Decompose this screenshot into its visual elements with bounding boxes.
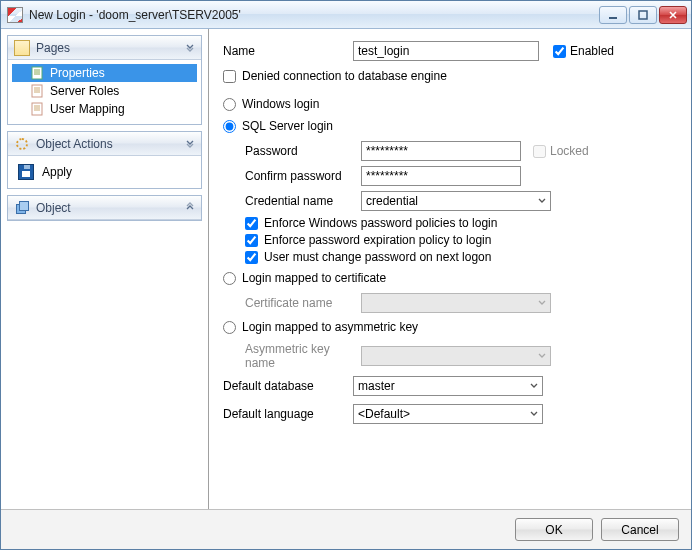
- enforce-expiration-label: Enforce password expiration policy to lo…: [264, 233, 491, 247]
- enforce-windows-label: Enforce Windows password policies to log…: [264, 216, 497, 230]
- collapse-icon: [185, 137, 195, 151]
- ok-button[interactable]: OK: [515, 518, 593, 541]
- dialog-footer: OK Cancel: [1, 509, 691, 549]
- app-icon: [7, 7, 23, 23]
- windows-login-label: Windows login: [242, 97, 319, 111]
- default-db-label: Default database: [223, 379, 353, 393]
- svg-rect-1: [639, 11, 647, 19]
- must-change-label: User must change password on next logon: [264, 250, 491, 264]
- svg-rect-4: [32, 103, 42, 115]
- window-title: New Login - 'doom_server\TSERV2005': [29, 8, 599, 22]
- sidebar-item-user-mapping[interactable]: User Mapping: [12, 100, 197, 118]
- collapse-icon: [185, 41, 195, 55]
- confirm-password-label: Confirm password: [245, 169, 361, 183]
- sidebar-item-properties[interactable]: Properties: [12, 64, 197, 82]
- object-actions-title: Object Actions: [36, 137, 113, 151]
- apply-action[interactable]: Apply: [14, 162, 195, 182]
- apply-label: Apply: [42, 165, 72, 179]
- enforce-windows-checkbox[interactable]: [245, 217, 258, 230]
- locked-checkbox: [533, 145, 546, 158]
- name-label: Name: [223, 44, 353, 58]
- window-controls: [599, 6, 687, 24]
- svg-rect-3: [32, 85, 42, 97]
- sidebar-item-label: Properties: [50, 66, 105, 80]
- titlebar: New Login - 'doom_server\TSERV2005': [1, 1, 691, 29]
- pages-header[interactable]: Pages: [8, 36, 201, 60]
- cancel-button[interactable]: Cancel: [601, 518, 679, 541]
- pages-panel: Pages Properties: [7, 35, 202, 125]
- sql-login-label: SQL Server login: [242, 119, 333, 133]
- credential-select[interactable]: credential: [361, 191, 551, 211]
- denied-checkbox[interactable]: [223, 70, 236, 83]
- chevron-down-icon: [526, 405, 542, 423]
- folder-icon: [14, 40, 30, 56]
- object-actions-panel: Object Actions Apply: [7, 131, 202, 189]
- password-label: Password: [245, 144, 361, 158]
- credential-value: credential: [366, 194, 418, 208]
- pages-title: Pages: [36, 41, 70, 55]
- pages-list: Properties Server Roles Us: [12, 64, 197, 118]
- properties-form: Name Enabled Denied connection to databa…: [209, 29, 691, 509]
- object-icon: [14, 200, 30, 216]
- credential-label: Credential name: [245, 194, 361, 208]
- minimize-button[interactable]: [599, 6, 627, 24]
- windows-login-radio[interactable]: [223, 98, 236, 111]
- dialog-body: Pages Properties: [1, 29, 691, 509]
- default-lang-select[interactable]: <Default>: [353, 404, 543, 424]
- default-lang-label: Default language: [223, 407, 353, 421]
- password-input[interactable]: [361, 141, 521, 161]
- sidebar-item-label: Server Roles: [50, 84, 119, 98]
- svg-rect-2: [32, 67, 42, 79]
- denied-label: Denied connection to database engine: [242, 69, 447, 83]
- gear-icon: [14, 136, 30, 152]
- default-db-select[interactable]: master: [353, 376, 543, 396]
- name-input[interactable]: [353, 41, 539, 61]
- sidebar-item-label: User Mapping: [50, 102, 125, 116]
- chevron-down-icon: [534, 192, 550, 210]
- cert-login-radio[interactable]: [223, 272, 236, 285]
- sidebar: Pages Properties: [1, 29, 209, 509]
- enabled-label: Enabled: [570, 44, 614, 58]
- locked-label: Locked: [550, 144, 589, 158]
- enforce-expiration-checkbox[interactable]: [245, 234, 258, 247]
- page-icon: [30, 102, 44, 116]
- must-change-checkbox[interactable]: [245, 251, 258, 264]
- sql-login-radio[interactable]: [223, 120, 236, 133]
- asym-name-select: [361, 346, 551, 366]
- enabled-checkbox[interactable]: [553, 45, 566, 58]
- object-panel: Object: [7, 195, 202, 221]
- chevron-down-icon: [534, 294, 550, 312]
- cert-name-label: Certificate name: [245, 296, 361, 310]
- asym-name-label: Asymmetric key name: [245, 342, 361, 370]
- asym-login-label: Login mapped to asymmetric key: [242, 320, 418, 334]
- cert-login-label: Login mapped to certificate: [242, 271, 386, 285]
- asym-login-radio[interactable]: [223, 321, 236, 334]
- save-icon: [18, 164, 34, 180]
- sidebar-item-server-roles[interactable]: Server Roles: [12, 82, 197, 100]
- default-db-value: master: [358, 379, 395, 393]
- confirm-password-input[interactable]: [361, 166, 521, 186]
- chevron-down-icon: [526, 377, 542, 395]
- page-icon: [30, 84, 44, 98]
- page-icon: [30, 66, 44, 80]
- dialog-window: New Login - 'doom_server\TSERV2005' Page…: [0, 0, 692, 550]
- default-lang-value: <Default>: [358, 407, 410, 421]
- cert-name-select: [361, 293, 551, 313]
- expand-icon: [185, 201, 195, 215]
- close-button[interactable]: [659, 6, 687, 24]
- object-actions-header[interactable]: Object Actions: [8, 132, 201, 156]
- svg-rect-0: [609, 17, 617, 19]
- object-header[interactable]: Object: [8, 196, 201, 220]
- maximize-button[interactable]: [629, 6, 657, 24]
- object-title: Object: [36, 201, 71, 215]
- chevron-down-icon: [534, 347, 550, 365]
